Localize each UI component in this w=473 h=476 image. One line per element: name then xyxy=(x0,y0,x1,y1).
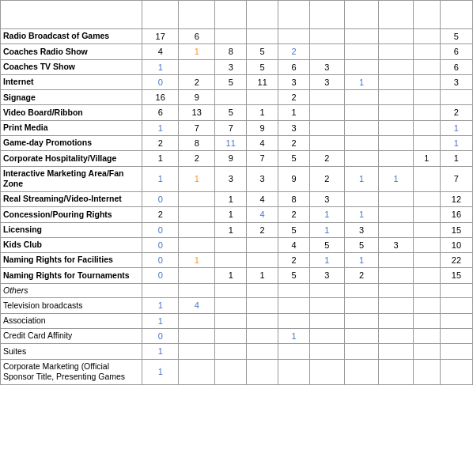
table-row: Video Board/Ribbon6135112 xyxy=(1,105,473,120)
data-cell xyxy=(379,328,414,343)
data-cell xyxy=(215,328,247,343)
data-cell: 7 xyxy=(215,120,247,135)
data-cell xyxy=(179,237,215,252)
data-cell: 1 xyxy=(247,268,278,283)
data-cell xyxy=(215,29,247,44)
row-label-cell: Corporate Hospitality/Village xyxy=(1,151,142,166)
data-cell: 1 xyxy=(142,120,179,135)
data-cell: 4 xyxy=(247,207,278,222)
data-cell: 10 xyxy=(440,237,472,252)
table-row: Kids Club0455310 xyxy=(1,237,473,252)
data-cell xyxy=(310,29,345,44)
data-cell xyxy=(310,136,345,151)
data-cell xyxy=(310,90,345,105)
data-cell xyxy=(215,90,247,105)
data-cell xyxy=(215,313,247,328)
table-row: Coaches Radio Show418526 xyxy=(1,44,473,59)
data-cell xyxy=(413,166,440,191)
data-cell: 9 xyxy=(179,90,215,105)
data-cell xyxy=(344,344,379,359)
data-cell: 0 xyxy=(142,237,179,252)
data-cell xyxy=(344,191,379,206)
data-cell: 11 xyxy=(215,136,247,151)
data-cell xyxy=(247,359,278,384)
data-cell xyxy=(179,328,215,343)
data-cell: 16 xyxy=(142,90,179,105)
data-cell xyxy=(413,283,440,298)
row-label-cell: Naming Rights for Facilities xyxy=(1,253,142,268)
data-cell: 16 xyxy=(440,207,472,222)
table-row: Others xyxy=(1,283,473,298)
data-cell xyxy=(379,344,414,359)
data-cell: 1 xyxy=(344,74,379,89)
table-row: Licensing01251315 xyxy=(1,222,473,237)
data-cell xyxy=(379,136,414,151)
data-cell xyxy=(379,207,414,222)
data-cell: 1 xyxy=(440,120,472,135)
data-cell: 2 xyxy=(142,136,179,151)
data-cell xyxy=(310,44,345,59)
data-cell xyxy=(344,313,379,328)
table-row: Real Streaming/Video-Internet0148312 xyxy=(1,191,473,206)
data-cell xyxy=(413,222,440,237)
data-cell: 1 xyxy=(142,151,179,166)
data-cell xyxy=(344,105,379,120)
data-cell xyxy=(179,191,215,206)
data-cell: 3 xyxy=(215,59,247,74)
data-cell: 0 xyxy=(142,74,179,89)
row-label-cell: Radio Broadcast of Games xyxy=(1,29,142,44)
data-cell xyxy=(247,298,278,313)
table-row: Print Media177931 xyxy=(1,120,473,135)
main-table-wrapper: Radio Broadcast of Games1765Coaches Radi… xyxy=(0,0,473,385)
data-cell: 1 xyxy=(215,268,247,283)
data-cell: 1 xyxy=(215,191,247,206)
row-label-cell: Interactive Marketing Area/Fan Zone xyxy=(1,166,142,191)
data-cell: 7 xyxy=(440,166,472,191)
data-cell: 3 xyxy=(440,74,472,89)
data-cell: 9 xyxy=(278,166,310,191)
data-cell xyxy=(247,328,278,343)
data-cell: 2 xyxy=(278,253,310,268)
data-cell xyxy=(344,90,379,105)
data-cell: 11 xyxy=(247,74,278,89)
table-row: Television broadcasts14 xyxy=(1,298,473,313)
data-cell: 2 xyxy=(247,222,278,237)
data-cell xyxy=(278,283,310,298)
data-table: Radio Broadcast of Games1765Coaches Radi… xyxy=(0,0,473,385)
data-cell: 0 xyxy=(142,268,179,283)
row-label-cell: Print Media xyxy=(1,120,142,135)
data-cell xyxy=(344,59,379,74)
data-cell: 5 xyxy=(215,74,247,89)
data-cell xyxy=(344,136,379,151)
data-cell xyxy=(413,29,440,44)
col-header-1or2 xyxy=(142,1,179,29)
row-label-cell: Association xyxy=(1,313,142,328)
data-cell: 7 xyxy=(179,120,215,135)
data-cell: 2 xyxy=(278,90,310,105)
col-header-15or16 xyxy=(379,1,414,29)
data-cell xyxy=(440,298,472,313)
row-label-cell: Signage xyxy=(1,90,142,105)
data-cell xyxy=(413,44,440,59)
data-cell: 0 xyxy=(142,222,179,237)
data-cell xyxy=(379,90,414,105)
data-cell xyxy=(440,359,472,384)
data-cell xyxy=(440,344,472,359)
row-label-cell: Corporate Marketing (Official Sponsor Ti… xyxy=(1,359,142,384)
data-cell xyxy=(310,120,345,135)
data-cell: 3 xyxy=(310,74,345,89)
data-cell: 5 xyxy=(247,44,278,59)
data-cell xyxy=(379,120,414,135)
col-header-17 xyxy=(413,1,440,29)
table-row: Naming Rights for Facilities0121122 xyxy=(1,253,473,268)
data-cell: 1 xyxy=(440,151,472,166)
data-cell: 1 xyxy=(179,166,215,191)
data-cell xyxy=(310,105,345,120)
data-cell xyxy=(379,151,414,166)
data-cell: 1 xyxy=(142,166,179,191)
data-cell: 15 xyxy=(440,268,472,283)
data-cell xyxy=(413,328,440,343)
data-cell xyxy=(413,59,440,74)
data-cell: 3 xyxy=(310,268,345,283)
data-cell xyxy=(215,283,247,298)
